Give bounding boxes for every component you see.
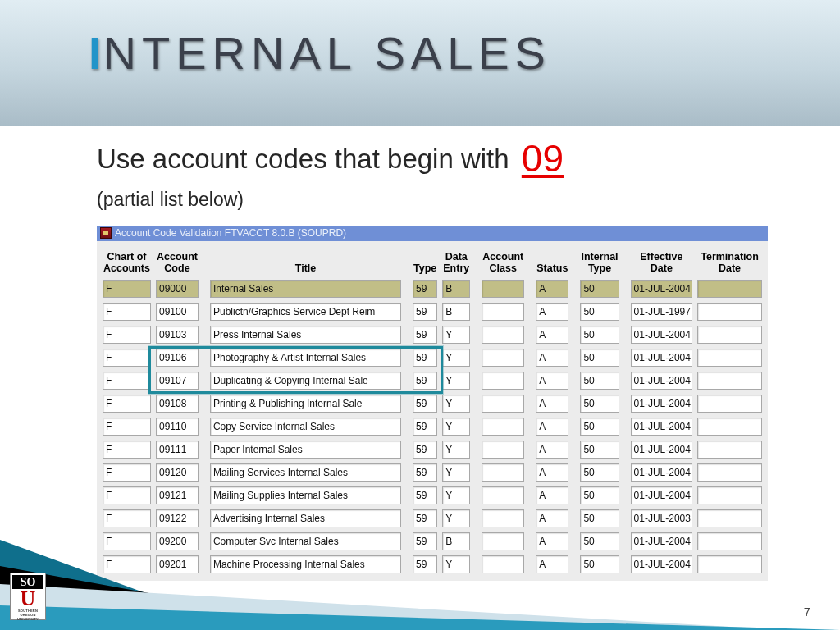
cell-coa[interactable]: F: [103, 441, 151, 459]
cell-status[interactable]: A: [536, 372, 568, 390]
cell-dataentry[interactable]: Y: [442, 372, 470, 390]
table-row[interactable]: F09106Photography & Artist Internal Sale…: [100, 348, 765, 371]
cell-coa[interactable]: F: [103, 372, 151, 390]
cell-title[interactable]: Photography & Artist Internal Sales: [210, 349, 401, 367]
cell-title[interactable]: Press Internal Sales: [210, 326, 401, 344]
cell-dataentry[interactable]: B: [442, 303, 470, 321]
cell-dataentry[interactable]: Y: [442, 418, 470, 436]
cell-itype[interactable]: 50: [580, 303, 619, 321]
cell-termdate[interactable]: [697, 441, 762, 459]
cell-status[interactable]: A: [536, 532, 568, 550]
cell-termdate[interactable]: [697, 280, 762, 298]
cell-coa[interactable]: F: [103, 463, 151, 482]
cell-code[interactable]: 09107: [156, 372, 199, 390]
cell-acctclass[interactable]: [482, 326, 524, 344]
cell-itype[interactable]: 50: [580, 372, 619, 390]
cell-dataentry[interactable]: Y: [442, 395, 470, 413]
cell-coa[interactable]: F: [103, 486, 151, 504]
cell-coa[interactable]: F: [103, 418, 151, 436]
cell-acctclass[interactable]: [482, 486, 524, 504]
cell-code[interactable]: 09000: [156, 280, 199, 298]
cell-coa[interactable]: F: [103, 395, 151, 413]
cell-acctclass[interactable]: [482, 280, 524, 298]
cell-status[interactable]: A: [536, 463, 568, 482]
cell-acctclass[interactable]: [482, 532, 524, 550]
cell-itype[interactable]: 50: [580, 418, 619, 436]
cell-itype[interactable]: 50: [580, 463, 619, 482]
cell-acctclass[interactable]: [482, 509, 524, 527]
cell-termdate[interactable]: [697, 463, 762, 482]
cell-termdate[interactable]: [697, 395, 762, 413]
cell-code[interactable]: 09108: [156, 395, 199, 413]
cell-title[interactable]: Printing & Publishing Internal Sale: [210, 395, 401, 413]
cell-termdate[interactable]: [697, 372, 762, 390]
cell-type[interactable]: 59: [413, 441, 437, 459]
cell-status[interactable]: A: [536, 418, 568, 436]
cell-effdate[interactable]: 01-JUL-2004: [631, 326, 692, 344]
cell-type[interactable]: 59: [413, 349, 437, 367]
cell-effdate[interactable]: 01-JUL-2003: [631, 509, 692, 527]
cell-code[interactable]: 09111: [156, 441, 199, 459]
cell-acctclass[interactable]: [482, 303, 524, 321]
cell-itype[interactable]: 50: [580, 280, 619, 298]
cell-type[interactable]: 59: [413, 303, 437, 321]
table-row[interactable]: F09103Press Internal Sales59YA5001-JUL-2…: [100, 325, 765, 348]
cell-effdate[interactable]: 01-JUL-2004: [631, 349, 692, 367]
cell-status[interactable]: A: [536, 441, 568, 459]
cell-termdate[interactable]: [697, 486, 762, 504]
cell-acctclass[interactable]: [482, 418, 524, 436]
cell-termdate[interactable]: [697, 555, 762, 573]
cell-type[interactable]: 59: [413, 486, 437, 504]
cell-itype[interactable]: 50: [580, 395, 619, 413]
cell-coa[interactable]: F: [103, 326, 151, 344]
cell-effdate[interactable]: 01-JUL-2004: [631, 441, 692, 459]
cell-title[interactable]: Mailing Services Internal Sales: [210, 463, 401, 482]
cell-type[interactable]: 59: [413, 395, 437, 413]
cell-effdate[interactable]: 01-JUL-2004: [631, 395, 692, 413]
cell-effdate[interactable]: 01-JUL-2004: [631, 532, 692, 550]
cell-dataentry[interactable]: Y: [442, 441, 470, 459]
cell-dataentry[interactable]: Y: [442, 326, 470, 344]
cell-title[interactable]: Internal Sales: [210, 280, 401, 298]
cell-dataentry[interactable]: Y: [442, 555, 470, 573]
cell-code[interactable]: 09100: [156, 303, 199, 321]
table-row[interactable]: F09108Printing & Publishing Internal Sal…: [100, 394, 765, 417]
cell-effdate[interactable]: 01-JUL-2004: [631, 418, 692, 436]
cell-dataentry[interactable]: Y: [442, 463, 470, 482]
cell-termdate[interactable]: [697, 303, 762, 321]
cell-termdate[interactable]: [697, 326, 762, 344]
cell-code[interactable]: 09122: [156, 509, 199, 527]
cell-type[interactable]: 59: [413, 463, 437, 482]
cell-dataentry[interactable]: Y: [442, 509, 470, 527]
cell-effdate[interactable]: 01-JUL-1997: [631, 303, 692, 321]
cell-acctclass[interactable]: [482, 441, 524, 459]
cell-effdate[interactable]: 01-JUL-2004: [631, 463, 692, 482]
cell-title[interactable]: Publictn/Graphics Service Dept Reim: [210, 303, 401, 321]
cell-acctclass[interactable]: [482, 555, 524, 573]
cell-itype[interactable]: 50: [580, 349, 619, 367]
cell-type[interactable]: 59: [413, 326, 437, 344]
cell-code[interactable]: 09120: [156, 463, 199, 482]
cell-effdate[interactable]: 01-JUL-2004: [631, 280, 692, 298]
table-row[interactable]: F09122Advertising Internal Sales59YA5001…: [100, 509, 765, 532]
cell-itype[interactable]: 50: [580, 555, 619, 573]
cell-title[interactable]: Advertising Internal Sales: [210, 509, 401, 527]
cell-itype[interactable]: 50: [580, 486, 619, 504]
cell-acctclass[interactable]: [482, 349, 524, 367]
cell-title[interactable]: Duplicating & Copying Internal Sale: [210, 372, 401, 390]
cell-itype[interactable]: 50: [580, 532, 619, 550]
table-row[interactable]: F09110Copy Service Internal Sales59YA500…: [100, 417, 765, 440]
table-row[interactable]: F09121Mailing Supplies Internal Sales59Y…: [100, 486, 765, 509]
cell-termdate[interactable]: [697, 349, 762, 367]
cell-coa[interactable]: F: [103, 303, 151, 321]
cell-status[interactable]: A: [536, 395, 568, 413]
cell-status[interactable]: A: [536, 509, 568, 527]
cell-dataentry[interactable]: B: [442, 532, 470, 550]
cell-termdate[interactable]: [697, 509, 762, 527]
cell-itype[interactable]: 50: [580, 441, 619, 459]
cell-acctclass[interactable]: [482, 463, 524, 482]
cell-status[interactable]: A: [536, 280, 568, 298]
cell-coa[interactable]: F: [103, 509, 151, 527]
cell-type[interactable]: 59: [413, 372, 437, 390]
cell-type[interactable]: 59: [413, 280, 437, 298]
